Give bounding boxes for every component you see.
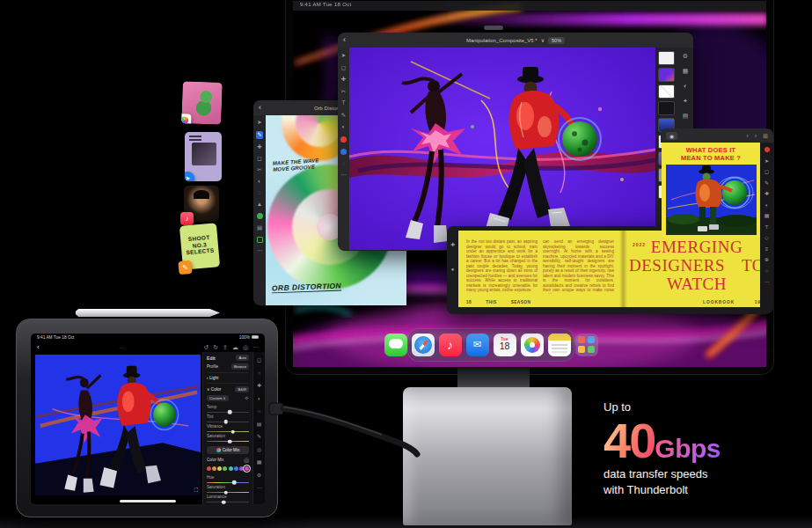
- browse-button[interactable]: Browse: [231, 363, 249, 370]
- dock-app-library-icon[interactable]: [575, 334, 598, 356]
- add-icon[interactable]: ✚: [257, 383, 261, 388]
- next-page-icon[interactable]: ›: [755, 133, 757, 139]
- magazine-window-titlebar[interactable]: ◉ ‹›⊞: [661, 128, 773, 143]
- layer-thumbnail[interactable]: [658, 101, 675, 115]
- layer-thumbnail[interactable]: [658, 51, 675, 65]
- teal-channel-dot[interactable]: [229, 466, 233, 471]
- target-icon[interactable]: ◎: [244, 457, 249, 463]
- auto-button[interactable]: Auto: [236, 355, 249, 361]
- dock-calendar-icon[interactable]: Tue 18: [494, 334, 516, 356]
- photo-window-titlebar[interactable]: ‹ Manipulation_Composite_V5 * ∨ 50%: [338, 33, 693, 48]
- eyedropper-icon[interactable]: ✧: [244, 395, 249, 401]
- transform-tool-icon[interactable]: ✚: [341, 77, 346, 83]
- active-color-swatch[interactable]: [257, 213, 263, 219]
- slider-row[interactable]: Saturation: [207, 485, 249, 495]
- zoom-tool-icon[interactable]: ⊕: [764, 257, 769, 262]
- crop-tool-icon[interactable]: ◻: [257, 357, 261, 363]
- cloud-sync-icon[interactable]: ☁: [232, 344, 238, 350]
- pages-grid-icon[interactable]: ⊞: [763, 133, 768, 139]
- blue-channel-dot[interactable]: [234, 466, 238, 471]
- slider-row[interactable]: Hue: [207, 475, 249, 485]
- masking-icon[interactable]: ◎: [257, 447, 261, 452]
- camera-icon[interactable]: ◉: [666, 132, 677, 140]
- purple-channel-dot[interactable]: [239, 466, 244, 471]
- brush-icon[interactable]: ✎: [257, 434, 261, 439]
- green-channel-dot[interactable]: [223, 466, 227, 471]
- light-section[interactable]: › Light: [207, 372, 249, 380]
- orange-channel-dot[interactable]: [212, 466, 216, 471]
- color-section[interactable]: ∨ ColorB&W: [207, 383, 249, 392]
- title-caret-icon[interactable]: ∨: [541, 37, 545, 43]
- dock-notes-icon[interactable]: [548, 334, 571, 356]
- undo-icon[interactable]: ↺: [203, 344, 208, 350]
- home-indicator[interactable]: [120, 500, 176, 502]
- poster-card-widget[interactable]: ➤: [185, 132, 222, 181]
- add-icon[interactable]: ✚: [450, 242, 455, 247]
- dock-messages-icon[interactable]: [384, 334, 407, 356]
- move-tool-icon[interactable]: ➤: [341, 53, 346, 59]
- dock-music-icon[interactable]: ♪: [439, 334, 462, 356]
- heal-tool-icon[interactable]: ○: [258, 370, 261, 376]
- record-dot-icon[interactable]: [764, 147, 770, 152]
- color-mix-button[interactable]: Color Mix: [207, 446, 249, 454]
- fill-tool-icon[interactable]: ◐: [765, 202, 769, 208]
- smudge-tool-icon[interactable]: ◌: [258, 190, 261, 196]
- geometry-icon[interactable]: ▦: [257, 459, 262, 465]
- brush-tool-icon[interactable]: ✎: [256, 131, 262, 139]
- sticky-note-widget[interactable]: SHOOT NO.3 SELECTS ✎: [179, 223, 220, 269]
- add-tool-icon[interactable]: ✚: [257, 144, 261, 150]
- cut-tool-icon[interactable]: ✂: [257, 167, 261, 173]
- marquee-tool-icon[interactable]: ◻: [257, 156, 261, 162]
- select-tool-icon[interactable]: ➤: [257, 120, 261, 126]
- settings-icon[interactable]: ⚙: [683, 53, 688, 59]
- layers-icon[interactable]: ▤: [257, 225, 262, 231]
- dock-mail-icon[interactable]: ✉: [466, 334, 489, 356]
- tone-icon[interactable]: ◐: [258, 396, 261, 401]
- frame-tool-icon[interactable]: ◻: [764, 169, 769, 174]
- pen-tool-icon[interactable]: ✎: [764, 180, 769, 186]
- album-cover-widget[interactable]: ♪: [184, 186, 219, 222]
- fill-tool-icon[interactable]: ◐: [258, 179, 261, 185]
- table-tool-icon[interactable]: ▦: [764, 213, 770, 218]
- more-tools-icon[interactable]: ⋯: [257, 248, 263, 254]
- lightroom-canvas[interactable]: ⛶: [31, 352, 202, 504]
- marquee-tool-icon[interactable]: ◻: [341, 65, 346, 71]
- foreground-color-swatch[interactable]: [340, 136, 347, 143]
- slider-row[interactable]: Tint: [207, 414, 249, 424]
- effects-icon[interactable]: ✦: [683, 98, 688, 104]
- layer-color-chip[interactable]: [257, 237, 263, 243]
- custom-dropdown[interactable]: Custom ∨: [207, 395, 229, 401]
- adjustments-icon[interactable]: ▦: [683, 68, 689, 74]
- slider-row[interactable]: Temp: [207, 405, 249, 414]
- canvas-handle[interactable]: ⋯: [40, 344, 204, 350]
- layer-thumbnail[interactable]: [658, 84, 675, 99]
- text-tool-icon[interactable]: T: [342, 100, 346, 106]
- ellipse-tool-icon[interactable]: ○: [765, 268, 769, 274]
- paint-tool-icon[interactable]: ✎: [341, 113, 346, 119]
- back-chevron-icon[interactable]: ‹: [343, 36, 346, 44]
- blur-tool-icon[interactable]: ◌: [342, 161, 346, 167]
- slider-row[interactable]: Saturation: [207, 434, 249, 444]
- shape-tool-icon[interactable]: ▲: [257, 202, 262, 208]
- slider-row[interactable]: Vibrance: [207, 424, 249, 434]
- text-tool-icon[interactable]: T: [765, 224, 769, 230]
- red-channel-dot[interactable]: [207, 466, 211, 471]
- light-icon[interactable]: ☼: [257, 408, 262, 414]
- prev-page-icon[interactable]: ‹: [746, 133, 748, 139]
- more-icon[interactable]: ⋯: [257, 485, 262, 490]
- settings-icon[interactable]: ⚙: [257, 473, 261, 478]
- magazine-page[interactable]: WHAT DOES IT MEAN TO MAKE ?: [662, 143, 760, 238]
- window-drag-handle[interactable]: [484, 26, 503, 30]
- more-tools-icon[interactable]: ⋯: [764, 279, 770, 284]
- photo-canvas-artwork[interactable]: [349, 48, 655, 250]
- photo-thumbnail-widget[interactable]: [181, 81, 223, 125]
- dock-photos-icon[interactable]: [521, 334, 544, 356]
- more-icon[interactable]: ⋯: [252, 344, 259, 350]
- add-tool-icon[interactable]: ✚: [764, 191, 769, 196]
- record-dot-icon[interactable]: ●: [451, 267, 455, 272]
- info-icon[interactable]: ◎: [243, 344, 248, 350]
- yellow-channel-dot[interactable]: [217, 466, 222, 471]
- presets-icon[interactable]: ▤: [257, 422, 262, 427]
- background-color-swatch[interactable]: [340, 149, 347, 155]
- layer-thumbnail[interactable]: [658, 68, 675, 82]
